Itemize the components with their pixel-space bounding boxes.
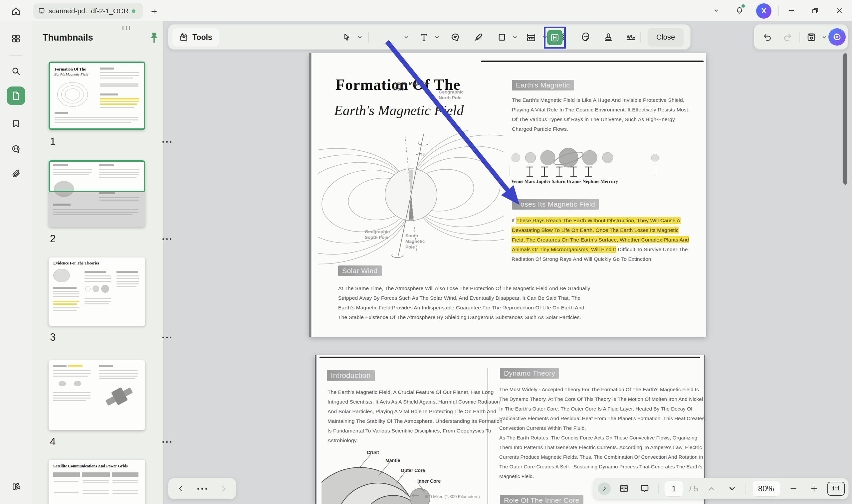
chevron-down-icon	[403, 34, 409, 40]
zoom-out-button[interactable]	[786, 481, 801, 496]
expand-bar-button[interactable]	[598, 482, 611, 495]
pdf-editor-window: scanned-pd...df-2-1_OCR X	[0, 0, 852, 504]
text-tool-button[interactable]	[415, 29, 433, 46]
signature-tool-button[interactable]	[622, 29, 640, 46]
highlight-tool-dropdown[interactable]	[402, 29, 411, 46]
select-tool-button[interactable]	[338, 29, 355, 46]
sidebar-item-themes[interactable]	[7, 477, 25, 496]
highlight-tool-button[interactable]	[547, 30, 563, 45]
sidebar-item-attachments[interactable]	[7, 164, 25, 183]
thumbnail-page-2[interactable]	[49, 160, 145, 227]
toolbar-separator	[799, 32, 800, 42]
ai-sparkle-icon	[832, 32, 842, 42]
document-page-1[interactable]: Formation Of The Earth's Magnetic Field	[309, 53, 706, 337]
thumb3-menu[interactable]	[162, 337, 172, 338]
tools-button[interactable]: Tools	[172, 28, 219, 47]
sidebar-item-thumbnails[interactable]	[7, 87, 25, 105]
thumbnails-panel: Thumbnails Formation Of The Earth's Magn…	[32, 21, 163, 504]
pencil-tool-button[interactable]	[470, 29, 487, 46]
close-window-button[interactable]	[832, 0, 847, 21]
select-tool-dropdown[interactable]	[355, 29, 365, 46]
avatar[interactable]: X	[756, 3, 771, 19]
titlebar: scanned-pd...df-2-1_OCR X	[0, 0, 852, 21]
search-icon	[11, 66, 21, 76]
tools-label: Tools	[192, 33, 212, 42]
close-annotation-button[interactable]: Close	[647, 28, 684, 47]
paragraph-solar-wind: At The Same Time, The Atmosphere Will Al…	[338, 284, 590, 322]
vertical-scrollbar[interactable]	[844, 53, 847, 185]
comment-icon	[11, 144, 21, 154]
sidebar-item-comments[interactable]	[7, 140, 25, 158]
collapse-toolbar-button[interactable]	[709, 0, 724, 21]
paragraph-dynamo-theory: The Most Widely - Accepted Theory For Th…	[499, 384, 705, 481]
restore-icon	[811, 7, 819, 15]
heading-solar-wind: Solar Wind	[338, 266, 382, 276]
zoom-level-input[interactable]: 80%	[752, 481, 780, 497]
thumb1-menu[interactable]	[162, 141, 172, 143]
previous-page-button[interactable]	[704, 481, 719, 496]
more-actions-button[interactable]	[197, 488, 207, 490]
planets-caption: Venus Mars Jupiter Saturn Uranus Neptune…	[511, 179, 618, 184]
restore-button[interactable]	[808, 0, 823, 21]
panel-title: Thumbnails	[42, 33, 93, 43]
scan-artifact	[319, 357, 700, 358]
minimize-button[interactable]	[784, 0, 799, 21]
close-icon	[835, 7, 844, 15]
label-inner-core: Inner Core	[418, 479, 441, 484]
page-controls-bar: 1 / 5 80% 1:1	[593, 478, 849, 499]
heading-role-inner-core: Role Of The Inner Core	[500, 495, 583, 504]
presentation-icon	[640, 484, 650, 494]
chevron-right-icon	[601, 486, 607, 492]
notifications-button[interactable]	[731, 0, 747, 21]
actual-size-button[interactable]: 1:1	[828, 482, 845, 496]
measure-tool-button[interactable]	[522, 29, 540, 46]
tab-title: scanned-pd...df-2-1_OCR	[49, 7, 128, 15]
page-number-input[interactable]: 1	[664, 481, 683, 497]
thumbnail-page-5[interactable]: Satellite Communications And Power Grids	[49, 460, 145, 504]
undo-button[interactable]	[759, 29, 776, 46]
back-button[interactable]	[177, 485, 185, 493]
stamp-tool-button[interactable]	[600, 29, 617, 46]
forward-button[interactable]	[219, 485, 227, 493]
redo-button[interactable]	[779, 29, 796, 46]
panel-drag-handle[interactable]	[123, 26, 130, 30]
shape-tool-button[interactable]	[493, 29, 511, 46]
paragraph-introduction: The Earth's Magnetic Field, A Crucial Fe…	[327, 387, 502, 445]
thumbnail-page-1[interactable]: Formation Of The Earth's Magnetic Field	[49, 61, 145, 130]
save-dropdown[interactable]	[819, 29, 829, 46]
save-button[interactable]	[803, 29, 820, 46]
page-layout-button[interactable]	[617, 481, 631, 496]
text-tool-dropdown[interactable]	[432, 29, 442, 46]
sidebar-divider	[9, 55, 23, 56]
pin-icon[interactable]	[149, 32, 159, 43]
scan-edge	[309, 53, 312, 337]
sidebar-item-apps[interactable]	[7, 29, 25, 48]
thumb4-menu[interactable]	[162, 441, 172, 443]
sidebar-item-bookmarks[interactable]	[7, 114, 25, 133]
earth-layers-diagram: Crust Mantle Outer Core Inner Core 800 M…	[321, 443, 488, 504]
shape-tool-dropdown[interactable]	[510, 29, 520, 46]
close-label: Close	[656, 33, 675, 41]
toolbox-icon	[179, 33, 189, 42]
document-tab[interactable]: scanned-pd...df-2-1_OCR	[33, 3, 143, 19]
comment-tool-button[interactable]	[447, 29, 464, 46]
thumb2-menu[interactable]	[162, 238, 172, 240]
sticker-tool-button[interactable]	[577, 29, 594, 46]
sidebar-item-search[interactable]	[7, 62, 25, 80]
new-tab-button[interactable]	[148, 6, 160, 17]
next-page-button[interactable]	[725, 481, 740, 496]
page-icon	[11, 91, 21, 101]
thumbnail-page-4[interactable]	[49, 360, 145, 430]
document-monitor-icon	[38, 7, 45, 15]
chevron-up-icon	[707, 484, 716, 493]
heading-introduction: Introduction	[327, 370, 375, 381]
presentation-button[interactable]	[637, 481, 652, 496]
chevron-down-icon	[512, 34, 518, 40]
cursor-icon	[342, 33, 352, 42]
label-south-magnetic-pole: South Magnetic Pole	[405, 233, 432, 250]
home-button[interactable]	[9, 5, 23, 18]
zoom-in-button[interactable]	[807, 481, 821, 496]
thumbnail-page-3[interactable]: Evidence For The Theories	[49, 257, 145, 326]
ai-assistant-button[interactable]	[828, 28, 846, 46]
heading-loses-magnetic-field: oses Its Magnetic Field	[512, 199, 599, 210]
